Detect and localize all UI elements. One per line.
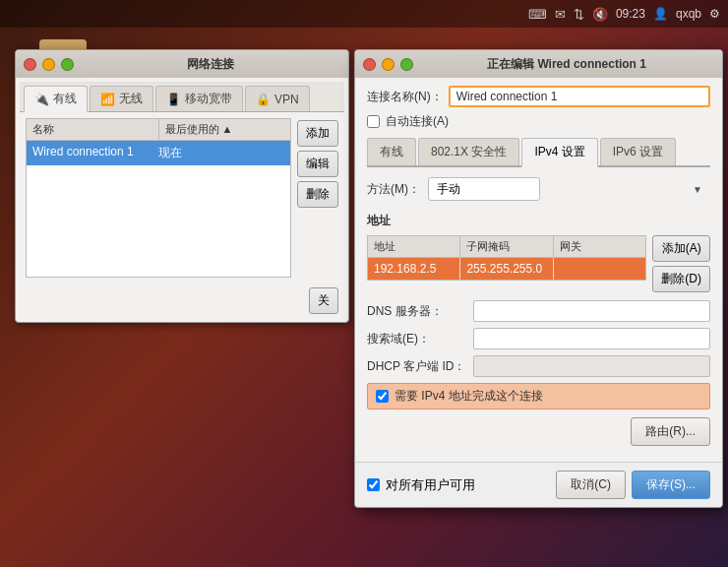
col-last-used: 最后使用的 ▲ [159,119,291,140]
clock: 09:23 [616,7,645,21]
method-select[interactable]: 手动 自动(DHCP) 仅链接本地 共享到其他计算机 禁用 [428,177,540,201]
ipv4-required-row: 需要 IPv4 地址完成这个连接 [367,383,710,410]
network-arrows-icon: ⇅ [574,7,584,22]
tab-edit-ipv4[interactable]: IPv4 设置 [521,138,597,167]
for-all-users-row: 对所有用户可用 [367,476,475,494]
address-section-title: 地址 [367,213,710,229]
connections-list: Wired connection 1 现在 [26,140,291,278]
dns-label: DNS 服务器： [367,303,465,320]
bottom-action-buttons: 取消(C) 保存(S)... [556,471,710,499]
user-icon: 👤 [653,7,668,21]
method-row: 方法(M)： 手动 自动(DHCP) 仅链接本地 共享到其他计算机 禁用 [367,177,710,201]
maximize-button[interactable] [61,58,74,71]
network-window-body: 🔌 有线 📶 无线 📱 移动宽带 🔒 VPN 名称 最后使用的 ▲ [16,78,348,322]
dhcp-label: DHCP 客户端 ID： [367,358,465,375]
conn-name-label: 连接名称(N)： [367,89,443,105]
network-action-buttons: 添加 编辑 删除 [297,118,338,278]
connection-last-used: 现在 [158,145,284,161]
for-all-users-label: 对所有用户可用 [386,476,475,494]
network-titlebar: 网络连接 [16,50,348,78]
edit-connection-window: 正在编辑 Wired connection 1 连接名称(N)： 自动连接(A)… [354,49,723,508]
volume-icon: 🔇 [592,7,608,22]
list-item[interactable]: Wired connection 1 现在 [27,141,290,165]
search-domain-row: 搜索域(E)： [367,328,710,349]
network-tabs: 🔌 有线 📶 无线 📱 移动宽带 🔒 VPN [20,82,344,112]
connection-name: Wired connection 1 [32,145,158,161]
search-domain-input[interactable] [473,328,710,349]
address-table-container: 地址 子网掩码 网关 192.168.2.5 255.255.255.0 [367,235,646,288]
edit-titlebar: 正在编辑 Wired connection 1 [355,50,722,78]
header-gateway: 网关 [554,236,645,257]
address-section: 地址 子网掩码 网关 192.168.2.5 255.255.255.0 添加(… [367,235,710,292]
address-action-buttons: 添加(A) 删除(D) [652,235,710,292]
close-network-button[interactable]: 关 [309,287,338,314]
settings-icon[interactable]: ⚙ [709,7,720,21]
network-connections-window: 网络连接 🔌 有线 📶 无线 📱 移动宽带 🔒 VPN 名 [15,49,349,323]
vpn-icon: 🔒 [256,93,271,106]
ipv4-required-label: 需要 IPv4 地址完成这个连接 [394,388,543,405]
tab-mobile[interactable]: 📱 移动宽带 [155,86,243,111]
tab-edit-wired[interactable]: 有线 [367,138,416,165]
method-select-wrap: 手动 自动(DHCP) 仅链接本地 共享到其他计算机 禁用 [428,177,710,201]
for-all-users-checkbox[interactable] [367,478,380,491]
tab-edit-8021x[interactable]: 802.1X 安全性 [418,138,519,165]
ipv4-required-checkbox[interactable] [376,390,389,403]
dns-input[interactable] [473,300,710,322]
address-table: 地址 子网掩码 网关 192.168.2.5 255.255.255.0 [367,235,646,281]
edit-connection-button[interactable]: 编辑 [297,151,338,177]
keyboard-icon: ⌨ [528,7,547,22]
search-domain-label: 搜索域(E)： [367,331,465,347]
route-button[interactable]: 路由(R)... [631,417,710,446]
close-button[interactable] [24,58,36,71]
wireless-icon: 📶 [100,93,115,106]
autoconnect-row: 自动连接(A) [367,113,710,130]
header-subnet: 子网掩码 [460,236,553,257]
dns-row: DNS 服务器： [367,300,710,322]
network-list-area: 名称 最后使用的 ▲ Wired connection 1 现在 [26,118,291,278]
network-window-title: 网络连接 [80,56,340,73]
edit-maximize-button[interactable] [400,58,413,71]
username: qxqb [676,7,701,21]
mobile-icon: 📱 [166,93,181,106]
subnet-cell: 255.255.255.0 [460,258,553,280]
list-header: 名称 最后使用的 ▲ [26,118,291,140]
header-ip: 地址 [368,236,460,257]
tab-wired[interactable]: 🔌 有线 [24,86,88,112]
autoconnect-checkbox[interactable] [367,115,380,128]
edit-bottom-bar: 对所有用户可用 取消(C) 保存(S)... [355,462,722,507]
dhcp-input[interactable] [473,355,710,377]
add-address-button[interactable]: 添加(A) [652,235,710,262]
ip-cell: 192.168.2.5 [368,258,460,280]
edit-body: 连接名称(N)： 自动连接(A) 有线 802.1X 安全性 IPv4 设置 I… [355,78,722,462]
edit-tabs: 有线 802.1X 安全性 IPv4 设置 IPv6 设置 [367,138,710,167]
delete-connection-button[interactable]: 删除 [297,181,338,208]
dhcp-row: DHCP 客户端 ID： [367,355,710,377]
top-panel: ⌨ ✉ ⇅ 🔇 09:23 👤 qxqb ⚙ [0,0,728,28]
method-label: 方法(M)： [367,181,420,198]
network-bottom: 关 [20,284,344,318]
connection-name-row: 连接名称(N)： [367,86,710,107]
col-name: 名称 [27,119,159,140]
save-button[interactable]: 保存(S)... [632,471,710,499]
edit-minimize-button[interactable] [382,58,394,71]
edit-window-title: 正在编辑 Wired connection 1 [419,56,714,73]
minimize-button[interactable] [42,58,55,71]
edit-close-button[interactable] [363,58,376,71]
network-content: 名称 最后使用的 ▲ Wired connection 1 现在 添加 编辑 删… [20,112,344,284]
tab-wireless[interactable]: 📶 无线 [90,86,153,111]
route-row: 路由(R)... [367,417,710,446]
cancel-button[interactable]: 取消(C) [556,471,626,499]
autoconnect-label: 自动连接(A) [386,113,449,130]
tab-vpn[interactable]: 🔒 VPN [245,86,310,111]
mail-icon: ✉ [555,7,566,22]
gateway-cell [554,258,645,280]
add-connection-button[interactable]: 添加 [297,120,338,147]
tab-edit-ipv6[interactable]: IPv6 设置 [600,138,676,165]
delete-address-button[interactable]: 删除(D) [652,266,710,292]
address-row[interactable]: 192.168.2.5 255.255.255.0 [368,258,645,280]
wired-icon: 🔌 [34,93,49,106]
conn-name-input[interactable] [449,86,710,107]
address-table-header: 地址 子网掩码 网关 [368,236,645,258]
